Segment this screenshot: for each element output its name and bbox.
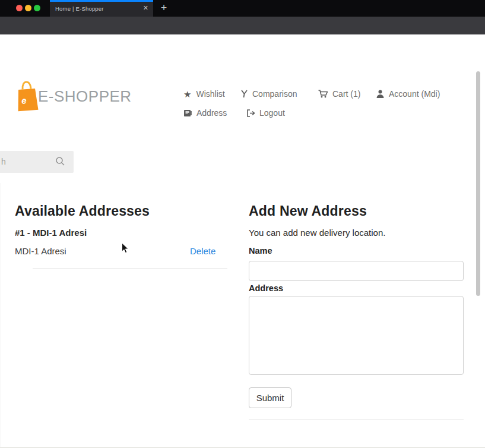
nav-address[interactable]: Address [183,108,227,118]
name-label: Name [249,246,272,255]
nav-comparison[interactable]: Comparison [240,89,297,99]
window-zoom-button[interactable] [34,5,40,11]
logout-icon [246,109,255,117]
star-icon: ★ [183,90,191,99]
browser-window: Home | E-Shopper ✕ + 18.132.45.78/addres… [0,0,485,448]
name-field[interactable] [249,261,464,281]
nav-logout[interactable]: Logout [246,108,285,118]
form-bottom-divider [249,419,464,420]
search-placeholder-fragment: h [1,157,6,166]
available-addresses-title: Available Addresses [15,203,150,219]
add-address-subtitle: You can add new delivery location. [249,228,385,238]
submit-button[interactable]: Submit [249,387,291,408]
user-icon [376,90,384,98]
nav-cart[interactable]: Cart (1) [318,89,360,99]
nav-wishlist[interactable]: ★ Wishlist [183,89,225,99]
content-edge-line [1,183,1,447]
address-field[interactable] [249,296,464,375]
browser-tab[interactable]: Home | E-Shopper ✕ [50,0,153,17]
new-tab-button[interactable]: + [157,1,171,15]
mouse-cursor [121,242,129,257]
svg-text:e: e [21,95,27,106]
search-icon[interactable] [55,156,65,169]
tab-title: Home | E-Shopper [55,5,104,12]
add-address-title: Add New Address [249,203,367,219]
scrollbar-thumb[interactable] [476,71,480,296]
address-label: Address [249,283,283,293]
site-logo[interactable]: e E-SHOPPER [15,80,164,113]
compare-icon [240,90,248,98]
tab-close-icon[interactable]: ✕ [143,4,148,12]
tab-bar: Home | E-Shopper ✕ + [0,0,485,17]
delete-address-link[interactable]: Delete [190,246,215,256]
active-tab-indicator [50,0,153,2]
nav-account[interactable]: Account (Mdi) [376,89,440,99]
shopping-bag-logo-icon: e [15,80,39,113]
address-book-icon [183,109,192,117]
cart-icon [318,90,328,98]
address-item-text: MDI-1 Adresi [15,246,66,256]
search-input[interactable]: h [0,151,74,173]
window-close-button[interactable] [16,5,23,11]
window-minimize-button[interactable] [25,5,31,11]
browser-toolbar: 18.132.45.78/address 133% ⋯ [0,17,485,34]
address-list-divider [33,268,227,269]
address-item-heading: #1 - MDI-1 Adresi [15,228,87,238]
page-content: e E-SHOPPER ★ Wishlist Comparison Cart (… [0,34,485,448]
brand-name: E-SHOPPER [38,87,132,106]
